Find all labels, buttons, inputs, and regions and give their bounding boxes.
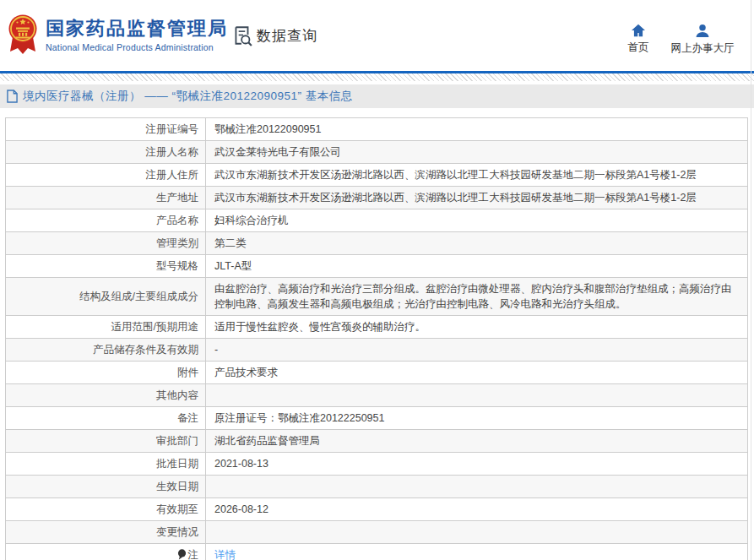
right-edge-line [751,0,751,560]
nav-home[interactable]: 首页 [620,24,657,55]
table-row: 附件产品技术要求 [6,362,748,384]
nav-online-hall[interactable]: 网上办事大厅 [664,24,741,56]
agency-name-zh: 国家药品监督管理局 [46,17,228,41]
row-value: 武汉金莱特光电子有限公司 [206,141,748,164]
row-value [206,476,748,498]
table-row: 产品名称妇科综合治疗机 [6,209,748,232]
row-label: 型号规格 [6,255,206,278]
row-label: 结构及组成/主要组成成分 [6,278,206,316]
row-value: 妇科综合治疗机 [206,209,748,232]
row-label: 注 [6,544,206,560]
row-value: JLT-A型 [206,255,748,278]
user-icon [695,24,710,38]
table-row: 生效日期 [6,476,748,498]
national-emblem-icon [8,14,38,55]
home-icon [631,24,646,37]
row-value: 鄂械注准20122090951 [206,118,748,141]
agency-name-block: 国家药品监督管理局 National Medical Products Admi… [46,14,228,52]
page-title: 境内医疗器械（注册） —— “鄂械注准20122090951” 基本信息 [23,89,353,104]
table-row: 注册人名称武汉金莱特光电子有限公司 [6,141,748,164]
row-value: 2026-08-12 [206,498,748,521]
table-row: 产品储存条件及有效期- [6,339,748,362]
table-row: 型号规格JLT-A型 [6,255,748,278]
table-row: 注册证编号鄂械注准20122090951 [6,118,748,141]
registration-info-table: 注册证编号鄂械注准20122090951注册人名称武汉金莱特光电子有限公司注册人… [5,117,748,560]
row-label: 批准日期 [6,453,206,476]
table-row: 注册人住所武汉市东湖新技术开发区汤逊湖北路以西、滨湖路以北理工大科技园研发基地二… [6,164,748,187]
data-query-label: 数据查询 [257,26,317,46]
table-row: 管理类别第二类 [6,232,748,255]
row-label: 有效期至 [6,498,206,521]
info-table-body: 注册证编号鄂械注准20122090951注册人名称武汉金莱特光电子有限公司注册人… [6,118,748,560]
table-row: 生产地址武汉市东湖新技术开发区汤逊湖北路以西、滨湖路以北理工大科技园研发基地二期… [6,187,748,209]
row-value [206,384,748,407]
agency-logo[interactable]: 国家药品监督管理局 National Medical Products Admi… [8,14,228,55]
row-label: 变更情况 [6,521,206,544]
table-row: 其他内容 [6,384,748,407]
row-value: 武汉市东湖新技术开发区汤逊湖北路以西、滨湖路以北理工大科技园研发基地二期一标段第… [206,164,748,187]
table-row: 批准日期2021-08-13 [6,453,748,476]
row-value: 原注册证号：鄂械注准20122250951 [206,407,748,430]
table-row: 有效期至2026-08-12 [6,498,748,521]
page: 国家药品监督管理局 National Medical Products Admi… [0,0,754,560]
row-value: 由盆腔治疗、高频治疗和光治疗三部分组成。盆腔治疗由微处理器、腔内治疗头和腹部治疗… [206,278,748,316]
row-label: 注册人名称 [6,141,206,164]
row-value: 湖北省药品监督管理局 [206,430,748,453]
row-value: 产品技术要求 [206,362,748,384]
site-header: 国家药品监督管理局 National Medical Products Admi… [0,0,754,71]
document-icon [7,90,18,103]
row-label: 产品储存条件及有效期 [6,339,206,362]
row-value: - [206,339,748,362]
table-row: 备注原注册证号：鄂械注准20122250951 [6,407,748,430]
row-label: 附件 [6,362,206,384]
table-row: 结构及组成/主要组成成分由盆腔治疗、高频治疗和光治疗三部分组成。盆腔治疗由微处理… [6,278,748,316]
data-query-section[interactable]: 数据查询 [231,24,317,46]
row-value [206,521,748,544]
row-label: 生效日期 [6,476,206,498]
row-label: 生产地址 [6,187,206,209]
row-value: 武汉市东湖新技术开发区汤逊湖北路以西、滨湖路以北理工大科技园研发基地二期一标段第… [206,187,748,209]
row-label: 管理类别 [6,232,206,255]
page-title-bar: 境内医疗器械（注册） —— “鄂械注准20122090951” 基本信息 [0,84,754,108]
table-row: 适用范围/预期用途适用于慢性盆腔炎、慢性宫颈炎的辅助治疗。 [6,316,748,339]
agency-name-en: National Medical Products Administration [46,42,228,52]
stripe-band [0,73,754,81]
row-value: 第二类 [206,232,748,255]
row-label: 其他内容 [6,384,206,407]
note-balloon-icon [177,549,187,560]
row-label: 适用范围/预期用途 [6,316,206,339]
row-label: 审批部门 [6,430,206,453]
detail-link[interactable]: 详情 [214,549,236,560]
data-query-icon [231,24,253,46]
table-row: 审批部门湖北省药品监督管理局 [6,430,748,453]
table-row: 注详情 [6,544,748,560]
row-label: 产品名称 [6,209,206,232]
nav-home-label: 首页 [628,41,649,55]
nav-online-hall-label: 网上办事大厅 [671,41,735,56]
table-row: 变更情况 [6,521,748,544]
row-label: 注册人住所 [6,164,206,187]
row-value: 适用于慢性盆腔炎、慢性宫颈炎的辅助治疗。 [206,316,748,339]
row-value: 2021-08-13 [206,453,748,476]
row-value: 详情 [206,544,748,560]
row-label: 注册证编号 [6,118,206,141]
row-label: 备注 [6,407,206,430]
